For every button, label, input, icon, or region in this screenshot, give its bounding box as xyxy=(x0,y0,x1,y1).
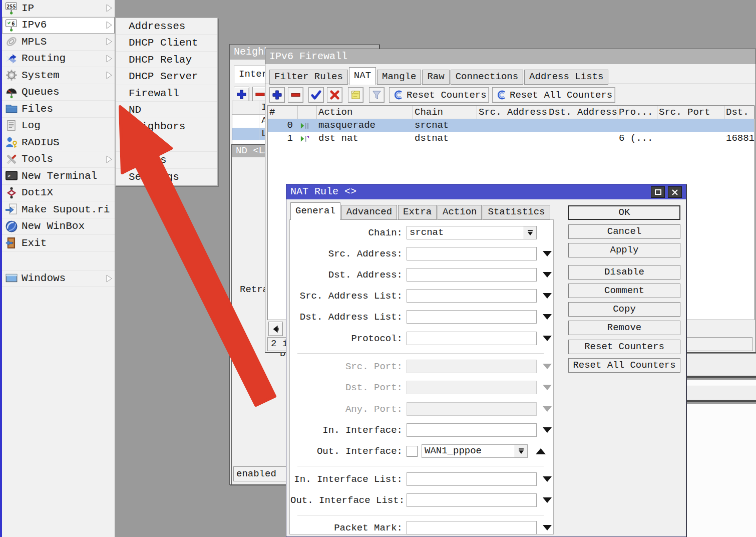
tab-address-lists[interactable]: Address Lists xyxy=(524,70,608,85)
column-header-action[interactable]: Action xyxy=(317,106,413,119)
nd-status-bar: enabled xyxy=(233,466,287,481)
dropdown-arrow-icon[interactable] xyxy=(543,272,552,278)
menu-item-files[interactable]: Files xyxy=(2,101,115,118)
dropdown-arrow-icon[interactable] xyxy=(543,293,552,299)
combo-dropdown-button[interactable] xyxy=(515,444,528,458)
scroll-left-button[interactable] xyxy=(268,322,283,336)
combo-dropdown-button[interactable] xyxy=(524,226,537,239)
menu-item-windows[interactable]: Windows xyxy=(2,270,115,287)
tab-nat[interactable]: NAT xyxy=(349,67,376,85)
field-in-interface: In. Interface: xyxy=(290,423,552,437)
col-num: 1 xyxy=(268,132,298,145)
menu-item-make-supout-ri[interactable]: Make Supout.ri xyxy=(2,201,115,218)
submenu-item-neighbors[interactable]: Neighbors xyxy=(116,118,217,135)
dropdown-arrow-icon[interactable] xyxy=(543,385,552,390)
submenu-item-dhcp-client[interactable]: DHCP Client xyxy=(116,35,217,51)
dropdown-arrow-icon[interactable] xyxy=(543,336,552,341)
menu-item-dot1x[interactable]: Dot1X xyxy=(2,185,115,202)
column-header-dst-address[interactable]: Dst. Address xyxy=(547,106,617,119)
nat-rule-row[interactable]: 0masqueradesrcnat xyxy=(268,119,754,132)
src-port-input[interactable] xyxy=(407,360,537,373)
dropdown-arrow-icon[interactable] xyxy=(543,476,552,482)
filter-button[interactable] xyxy=(369,87,385,103)
col-dst-port xyxy=(724,119,755,132)
protocol-input[interactable] xyxy=(407,332,537,345)
col-src-address xyxy=(477,132,547,145)
menu-item-label: New WinBox xyxy=(22,220,85,232)
submenu-arrow-icon xyxy=(105,37,113,46)
dropdown-arrow-icon[interactable] xyxy=(543,406,552,412)
column-header-icon[interactable] xyxy=(298,106,317,119)
reset-all-counters-button[interactable]: Reset All Counters xyxy=(492,87,615,103)
column-header-dst-p[interactable]: Dst. P xyxy=(724,106,755,119)
column-header-pro[interactable]: Pro... xyxy=(617,106,657,119)
menu-item-new-terminal[interactable]: >_New Terminal xyxy=(2,168,115,185)
out-interface-input[interactable]: WAN1_pppoe xyxy=(422,444,515,458)
menu-item-ipv6[interactable]: 6IPv6 xyxy=(2,17,115,34)
src-address-input[interactable] xyxy=(407,247,537,260)
any-port-input[interactable] xyxy=(407,402,537,416)
submenu-item-pool[interactable]: Pool xyxy=(116,135,217,152)
out-interface-list-input[interactable] xyxy=(407,493,537,507)
in-interface-input[interactable] xyxy=(407,423,537,437)
dst-port-input[interactable] xyxy=(407,381,537,394)
column-header-src-address[interactable]: Src. Address xyxy=(477,106,547,119)
field-dst-port: Dst. Port: xyxy=(290,381,552,394)
radius-icon xyxy=(5,136,18,149)
dropdown-arrow-icon[interactable] xyxy=(543,364,552,369)
dst-address-list-input[interactable] xyxy=(407,310,537,324)
out-interface-not-checkbox[interactable] xyxy=(407,446,418,457)
add-button[interactable] xyxy=(234,87,249,102)
submenu-item-routes[interactable]: Routes xyxy=(116,152,217,168)
routing-icon xyxy=(5,52,18,65)
menu-item-system[interactable]: System xyxy=(2,67,115,84)
src-address-list-input[interactable] xyxy=(407,289,537,303)
collapse-arrow-icon[interactable] xyxy=(536,448,546,454)
menu-item-ip[interactable]: 255IP xyxy=(2,0,115,17)
dst-address-input[interactable] xyxy=(407,268,537,282)
terminal-icon: >_ xyxy=(5,169,18,182)
in-interface-list-input[interactable] xyxy=(407,472,537,486)
tab-raw[interactable]: Raw xyxy=(422,70,449,85)
dropdown-arrow-icon[interactable] xyxy=(543,314,552,320)
submenu-item-addresses[interactable]: Addresses xyxy=(116,18,217,35)
submenu-item-dhcp-relay[interactable]: DHCP Relay xyxy=(116,52,217,68)
menu-item-new-winbox[interactable]: New WinBox xyxy=(2,218,115,235)
menu-item-radius[interactable]: RADIUS xyxy=(2,134,115,151)
comment-rule-button[interactable] xyxy=(348,87,363,103)
nat-rule-row[interactable]: 1dst natdstnat6 (...16881 xyxy=(268,132,754,145)
dropdown-arrow-icon[interactable] xyxy=(543,497,552,503)
enable-rule-button[interactable] xyxy=(308,87,324,103)
tab-connections[interactable]: Connections xyxy=(451,70,523,85)
dropdown-arrow-icon[interactable] xyxy=(543,525,552,530)
menu-item-queues[interactable]: Queues xyxy=(2,84,115,101)
remove-rule-button[interactable] xyxy=(288,87,303,103)
column-header-src-port[interactable]: Src. Port xyxy=(657,106,724,119)
tab-mangle[interactable]: Mangle xyxy=(377,70,421,85)
submenu-item-settings[interactable]: Settings xyxy=(116,169,217,185)
header-spacer-cell xyxy=(232,101,259,114)
field-label: Chain: xyxy=(290,227,407,238)
add-rule-button[interactable] xyxy=(269,87,285,103)
disable-rule-button[interactable] xyxy=(327,87,342,103)
menu-item-exit[interactable]: Exit xyxy=(2,235,115,252)
submenu-item-nd[interactable]: ND xyxy=(116,102,217,118)
column-header-chain[interactable]: Chain xyxy=(413,106,477,119)
menu-item-mpls[interactable]: MPLS xyxy=(2,34,115,51)
packet-mark-input[interactable] xyxy=(407,521,537,534)
field-protocol: Protocol: xyxy=(290,332,552,345)
menu-item-routing[interactable]: Routing xyxy=(2,51,115,68)
dropdown-arrow-icon[interactable] xyxy=(543,251,552,256)
dropdown-arrow-icon[interactable] xyxy=(543,427,552,433)
column-header-[interactable]: # xyxy=(268,106,298,119)
row-icon-cell xyxy=(232,115,259,128)
col-num: 0 xyxy=(268,119,298,132)
menu-item-log[interactable]: Log xyxy=(2,118,115,135)
submenu-item-firewall[interactable]: Firewall xyxy=(116,85,217,102)
menu-item-tools[interactable]: Tools xyxy=(2,151,115,168)
submenu-item-dhcp-server[interactable]: DHCP Server xyxy=(116,68,217,85)
reset-counters-button[interactable]: Reset Counters xyxy=(389,87,489,103)
chain-input[interactable]: srcnat xyxy=(407,226,524,239)
tab-filter-rules[interactable]: Filter Rules xyxy=(269,70,348,85)
menu-item-label: IPv6 xyxy=(22,19,47,31)
